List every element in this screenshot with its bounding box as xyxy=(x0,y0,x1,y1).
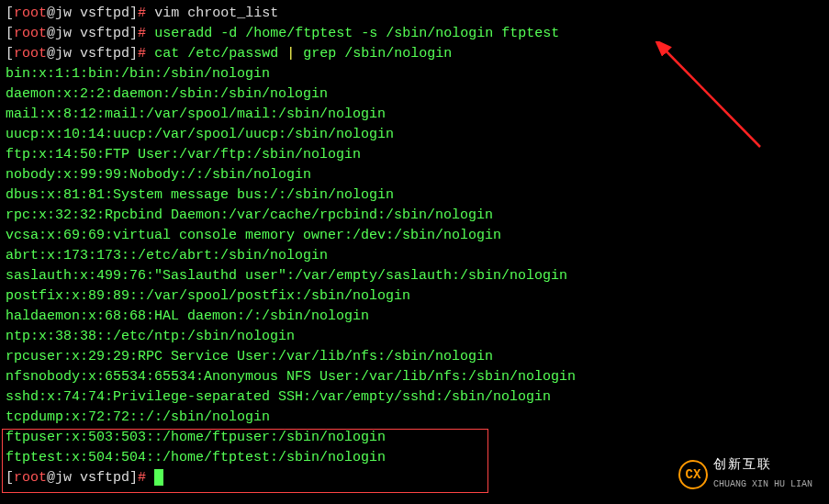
output-line: daemon:x:2:2:daemon:/sbin:/sbin/nologin xyxy=(6,84,823,105)
output-line: rpc:x:32:32:Rpcbind Daemon:/var/cache/rp… xyxy=(6,206,823,226)
output-line: mail:x:8:12:mail:/var/spool/mail:/sbin/n… xyxy=(6,105,823,125)
output-line: ntp:x:38:38::/etc/ntp:/sbin/nologin xyxy=(6,327,823,347)
output-line: nobody:x:99:99:Nobody:/:/sbin/nologin xyxy=(6,165,823,185)
output-line: abrt:x:173:173::/etc/abrt:/sbin/nologin xyxy=(6,246,823,266)
command-line-2: [root@jw vsftpd]# useradd -d /home/ftpte… xyxy=(6,24,823,44)
terminal-output[interactable]: [root@jw vsftpd]# vim chroot_list [root@… xyxy=(6,4,823,488)
cursor-icon xyxy=(154,469,163,486)
output-line: uucp:x:10:14:uucp:/var/spool/uucp:/sbin/… xyxy=(6,125,823,145)
output-line: vcsa:x:69:69:virtual console memory owne… xyxy=(6,226,823,246)
output-line: ftptest:x:504:504::/home/ftptest:/sbin/n… xyxy=(6,448,823,468)
output-line: ftp:x:14:50:FTP User:/var/ftp:/sbin/nolo… xyxy=(6,145,823,165)
output-line: postfix:x:89:89::/var/spool/postfix:/sbi… xyxy=(6,286,823,307)
output-line: ftpuser:x:503:503::/home/ftpuser:/sbin/n… xyxy=(6,428,823,448)
output-line: nfsnobody:x:65534:65534:Anonymous NFS Us… xyxy=(6,367,823,387)
output-line: saslauth:x:499:76:"Saslauthd user":/var/… xyxy=(6,266,823,286)
output-line: dbus:x:81:81:System message bus:/:/sbin/… xyxy=(6,185,823,206)
output-line: rpcuser:x:29:29:RPC Service User:/var/li… xyxy=(6,347,823,367)
output-line: bin:x:1:1:bin:/bin:/sbin/nologin xyxy=(6,64,823,84)
command-line-3: [root@jw vsftpd]# cat /etc/passwd | grep… xyxy=(6,44,823,64)
prompt-idle[interactable]: [root@jw vsftpd]# xyxy=(6,468,823,488)
output-line: tcpdump:x:72:72::/:/sbin/nologin xyxy=(6,408,823,428)
output-line: haldaemon:x:68:68:HAL daemon:/:/sbin/nol… xyxy=(6,307,823,327)
command-line-1: [root@jw vsftpd]# vim chroot_list xyxy=(6,4,823,24)
output-line: sshd:x:74:74:Privilege-separated SSH:/va… xyxy=(6,387,823,408)
